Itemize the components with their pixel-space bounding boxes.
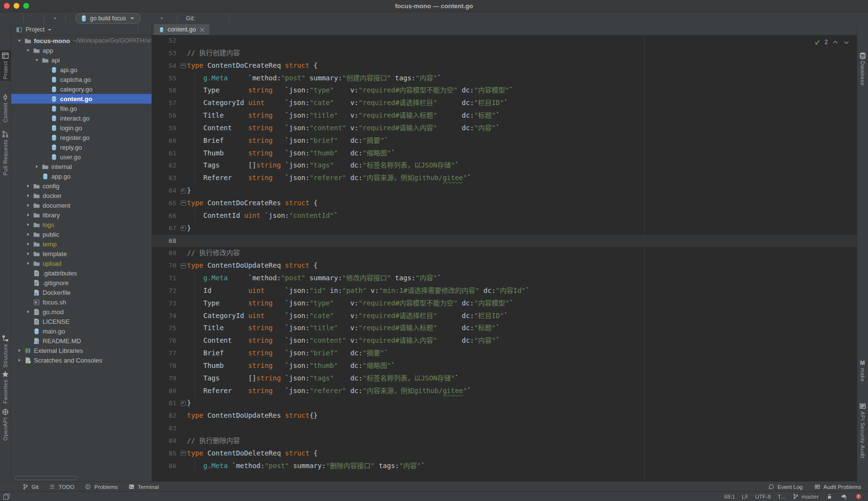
code-line-66[interactable]: 66 ContentId uint `json:"contentId"` — [152, 210, 857, 222]
expand-caret-icon[interactable] — [24, 232, 32, 237]
tool-button-make[interactable]: Mmake — [857, 357, 868, 383]
code-line-58[interactable]: 58 Title string `json:"title" v:"require… — [152, 109, 857, 122]
zoom-window-button[interactable] — [23, 3, 29, 9]
expand-caret-icon[interactable] — [24, 242, 32, 246]
tree-item-reply-go[interactable]: reply.go — [11, 142, 152, 152]
code-line-55[interactable]: 55 g.Meta `method:"post" summary:"创建内容接口… — [152, 72, 857, 85]
inspection-widget[interactable]: 2 — [813, 38, 850, 46]
tree-item-api[interactable]: api — [11, 55, 152, 65]
tool-button-structure[interactable]: Structure — [0, 333, 11, 369]
tree-item-category-go[interactable]: category.go — [11, 84, 152, 94]
fold-marker-icon[interactable] — [179, 197, 187, 210]
code-line-78[interactable]: 78 Thumb string `json:"thumb" dc:"缩略图"` — [152, 360, 857, 372]
line-number[interactable]: 86 — [152, 460, 179, 472]
collapse-caret-icon[interactable] — [15, 38, 24, 43]
line-number[interactable]: 64 — [152, 184, 179, 197]
expand-caret-icon[interactable] — [15, 358, 24, 363]
tool-button-openapi[interactable]: OpenAPI — [0, 407, 11, 442]
horizontal-scrollbar[interactable] — [15, 476, 77, 480]
chevron-down-icon[interactable] — [46, 26, 54, 33]
tree-item-docker[interactable]: docker — [11, 191, 152, 200]
line-number[interactable]: 74 — [152, 310, 179, 322]
caret-position[interactable]: 68:1 — [724, 494, 735, 500]
line-number[interactable]: 72 — [152, 285, 179, 297]
tree-item-file-go[interactable]: file.go — [11, 104, 152, 113]
tree-item-library[interactable]: library — [11, 210, 152, 220]
fold-marker-icon[interactable] — [179, 222, 187, 235]
expand-caret-icon[interactable] — [24, 261, 32, 266]
code-line-84[interactable]: 84// 执行删除内容 — [152, 435, 857, 447]
line-number[interactable]: 69 — [152, 247, 179, 259]
code-line-81[interactable]: 81} — [152, 397, 857, 410]
code-line-67[interactable]: 67} — [152, 222, 857, 235]
collapse-caret-icon[interactable] — [24, 48, 32, 53]
line-number[interactable]: 63 — [152, 172, 179, 184]
next-problem-icon[interactable] — [842, 38, 850, 46]
tree-item-template[interactable]: template — [11, 249, 152, 258]
tree-item-gitignore[interactable]: .gitignore — [11, 278, 152, 288]
code-line-59[interactable]: 59 Content string `json:"content" v:"req… — [152, 122, 857, 135]
minimize-window-button[interactable] — [14, 3, 19, 9]
expand-caret-icon[interactable] — [24, 222, 32, 227]
tool-window-button-terminal[interactable]: Terminal — [127, 483, 158, 491]
expand-caret-icon[interactable] — [24, 183, 32, 188]
tree-item-scratches-and-consoles[interactable]: Scratches and Consoles — [11, 355, 152, 365]
line-number[interactable]: 67 — [152, 222, 179, 235]
error-indicator[interactable] — [854, 493, 862, 501]
line-number[interactable]: 61 — [152, 147, 179, 160]
tree-item-go-mod[interactable]: go.mod — [11, 307, 152, 317]
tree-item-focus-sh[interactable]: focus.sh — [11, 297, 152, 307]
tree-item-logs[interactable]: logs — [11, 220, 152, 229]
code-line-80[interactable]: 80 Referer string `json:"referer" dc:"内容… — [152, 385, 857, 397]
code-line-54[interactable]: 54type ContentDoCreateReq struct { — [152, 60, 857, 72]
code-line-62[interactable]: 62 Tags []string `json:"tags" dc:"标签名称列表… — [152, 159, 857, 172]
line-number[interactable]: 59 — [152, 122, 179, 135]
run-configuration-select[interactable]: go build focus — [76, 13, 140, 24]
close-tab-icon[interactable] — [198, 26, 206, 33]
tool-button-database[interactable]: Database — [857, 50, 868, 87]
line-number[interactable]: 66 — [152, 210, 179, 222]
tool-button-favorites[interactable]: Favorites — [0, 369, 11, 405]
code-line-61[interactable]: 61 Thumb string `json:"thumb" dc:"缩略图"` — [152, 147, 857, 160]
tree-item-license[interactable]: LICENSE — [11, 317, 152, 326]
panel-title[interactable]: Project — [26, 26, 45, 33]
tool-button-api-security-audit[interactable]: API Security Audit — [857, 401, 868, 460]
tree-item-content-go[interactable]: content.go — [11, 94, 152, 104]
code-line-72[interactable]: 72 Id uint `json:"id" in:"path" v:"min:1… — [152, 285, 857, 297]
collapse-caret-icon[interactable] — [32, 58, 41, 62]
code-line-76[interactable]: 76 Content string `json:"content" v:"req… — [152, 334, 857, 347]
indent-info[interactable]: T... — [778, 494, 785, 500]
code-line-79[interactable]: 79 Tags []string `json:"tags" dc:"标签名称列表… — [152, 372, 857, 385]
tree-item-gitattributes[interactable]: .gitattributes — [11, 268, 152, 278]
tree-item-readme-md[interactable]: MDREADME.MD — [11, 336, 152, 346]
line-number[interactable]: 60 — [152, 135, 179, 147]
code-line-85[interactable]: 85type ContentDoDeleteReq struct { — [152, 447, 857, 460]
tool-button-commit[interactable]: Commit — [0, 92, 11, 124]
line-number[interactable]: 56 — [152, 84, 179, 97]
expand-caret-icon[interactable] — [24, 309, 32, 314]
line-number[interactable]: 53 — [152, 47, 179, 60]
tree-item-api-go[interactable]: api.go — [11, 65, 152, 75]
fold-marker-icon[interactable] — [179, 397, 187, 410]
fold-marker-icon[interactable] — [179, 447, 187, 460]
tree-item-external-libraries[interactable]: External Libraries — [11, 346, 152, 355]
tree-item-app[interactable]: app — [11, 46, 152, 55]
line-number[interactable]: 54 — [152, 60, 179, 72]
line-number[interactable]: 70 — [152, 259, 179, 272]
line-number[interactable]: 71 — [152, 272, 179, 285]
expand-caret-icon[interactable] — [15, 348, 24, 353]
expand-caret-icon[interactable] — [24, 251, 32, 256]
tool-button-pull-requests[interactable]: Pull Requests — [0, 129, 11, 177]
line-number[interactable]: 73 — [152, 297, 179, 310]
tool-window-button-git[interactable]: Git — [21, 483, 39, 491]
line-number[interactable]: 84 — [152, 435, 179, 447]
line-number[interactable]: 85 — [152, 447, 179, 460]
line-number[interactable]: 58 — [152, 109, 179, 122]
code-editor[interactable]: 5253// 执行创建内容54type ContentDoCreateReq s… — [152, 35, 857, 482]
line-number[interactable]: 83 — [152, 422, 179, 435]
code-line-75[interactable]: 75 Title string `json:"title" v:"require… — [152, 322, 857, 334]
line-number[interactable]: 62 — [152, 159, 179, 172]
close-window-button[interactable] — [4, 3, 10, 9]
tool-button-project[interactable]: Project — [0, 50, 11, 81]
expand-caret-icon[interactable] — [24, 203, 32, 208]
